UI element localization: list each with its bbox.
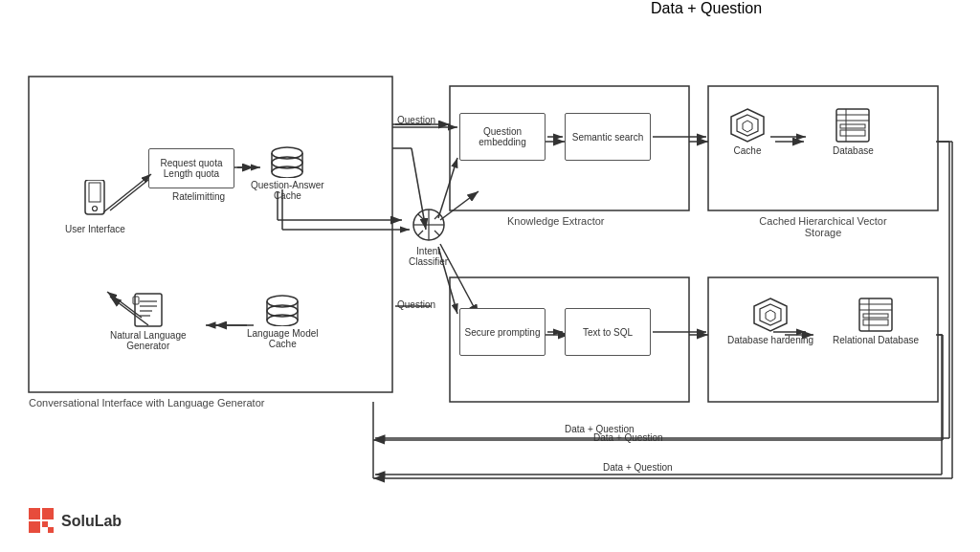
svg-rect-68 (836, 109, 869, 142)
lm-cache-label: Language ModelCache (247, 328, 319, 349)
logo: SoluLab (29, 508, 122, 535)
data-question-label-top: Data + Question (593, 432, 663, 443)
left-box-label: Conversational Interface with Language G… (29, 397, 264, 408)
database-icon: Database (833, 107, 874, 156)
svg-rect-109 (29, 521, 40, 533)
db-hardening-label: Database hardening (727, 335, 813, 345)
svg-marker-75 (760, 304, 781, 325)
db-hardening-icon: Database hardening (727, 297, 813, 345)
lm-cache-icon: Language ModelCache (247, 294, 319, 349)
qa-cache-icon: Question-AnswerCache (251, 145, 324, 201)
ratelimitting-text: Ratelimitting (172, 191, 225, 202)
svg-line-61 (418, 214, 423, 219)
chvs-label: Cached Hierarchical VectorStorage (718, 215, 928, 238)
svg-rect-81 (863, 320, 888, 325)
question-label-top: Question (397, 115, 435, 125)
svg-rect-0 (29, 77, 392, 392)
svg-point-37 (93, 207, 98, 211)
semantic-search-label: Semantic search (572, 132, 643, 143)
svg-marker-66 (737, 115, 758, 136)
svg-rect-108 (42, 508, 54, 519)
relational-db-label: Relational Database (833, 335, 919, 345)
svg-line-63 (418, 231, 423, 235)
logo-text: SoluLab (61, 513, 122, 530)
database-label: Database (833, 145, 874, 156)
svg-text:Data + Question: Data + Question (603, 462, 673, 473)
question-embedding-label: Question embedding (464, 126, 541, 147)
main-arrows: Data + Question Data + Question (0, 0, 980, 552)
svg-line-64 (434, 214, 439, 219)
svg-rect-107 (29, 508, 40, 519)
relational-db-icon: Relational Database (833, 297, 919, 345)
secure-prompting-box: Secure prompting (459, 308, 546, 356)
question-embedding-box: Question embedding (459, 113, 546, 161)
svg-rect-110 (42, 521, 48, 527)
svg-marker-67 (743, 121, 752, 132)
secure-prompting-label: Secure prompting (465, 327, 541, 338)
nlg-icon: Natural LanguageGenerator (110, 292, 187, 351)
intent-classifier-icon: IntentClassifier (409, 206, 448, 267)
svg-rect-111 (48, 527, 54, 533)
svg-rect-77 (859, 298, 892, 331)
nlg-label: Natural LanguageGenerator (110, 330, 187, 351)
user-interface-label: User Interface (65, 224, 125, 234)
text-to-sql-box: Text to SQL (565, 308, 651, 356)
qa-cache-label: Question-AnswerCache (251, 180, 324, 201)
svg-rect-72 (840, 130, 865, 136)
svg-marker-76 (766, 310, 775, 321)
svg-line-62 (434, 231, 439, 235)
svg-rect-36 (89, 183, 100, 202)
cache-icon: Cache (727, 107, 768, 156)
svg-rect-35 (85, 180, 104, 214)
svg-rect-50 (133, 297, 139, 304)
cache-label: Cache (734, 145, 762, 156)
diagram-container: User Interface Request quotaLength quota… (0, 0, 980, 552)
svg-rect-71 (840, 124, 865, 128)
svg-marker-65 (731, 109, 764, 142)
ratelimitting-label: Request quotaLength quota (160, 158, 222, 179)
ratelimitting-box: Request quotaLength quota (148, 148, 234, 188)
user-interface-icon: User Interface (65, 180, 125, 234)
text-to-sql-label: Text to SQL (583, 327, 633, 338)
solulab-logo-icon (29, 508, 56, 535)
svg-marker-74 (754, 298, 787, 331)
data-question-label-bottom: Data + Question (651, 0, 762, 17)
question-label-bottom: Question (397, 299, 435, 310)
arrows-svg (0, 0, 980, 552)
ke-label: Knowledge Extractor (507, 215, 605, 227)
svg-rect-80 (863, 314, 888, 318)
intent-classifier-label: IntentClassifier (409, 246, 448, 267)
semantic-search-box: Semantic search (565, 113, 651, 161)
